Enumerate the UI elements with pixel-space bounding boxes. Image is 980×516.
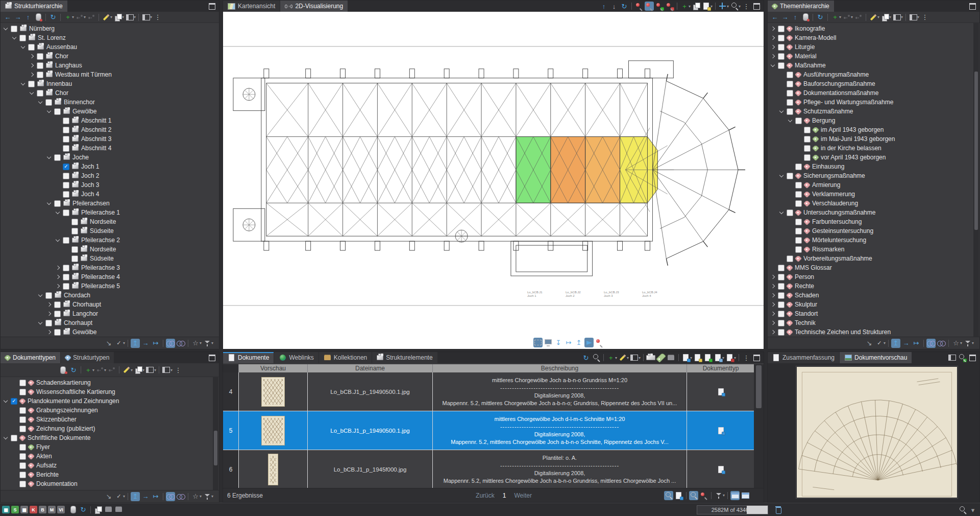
collapse-icon[interactable]	[909, 13, 918, 22]
preview-pane-icon[interactable]	[664, 491, 673, 500]
tree-item-südseite[interactable]: Südseite	[1, 226, 219, 236]
checkbox[interactable]	[37, 53, 43, 60]
checkbox[interactable]	[787, 72, 793, 78]
app-badge-icon[interactable]: B	[39, 506, 46, 513]
checkbox[interactable]	[71, 228, 78, 234]
edit-plan-icon[interactable]	[702, 2, 711, 11]
tab-kollektionen[interactable]: Kollektionen	[319, 352, 372, 363]
tree-item-joch-1[interactable]: Joch 1	[1, 162, 219, 171]
copy-icon[interactable]	[880, 13, 890, 22]
chevron-down-icon[interactable]	[3, 398, 7, 403]
views-icon[interactable]	[145, 365, 155, 374]
document-row-6[interactable]: 6Lo_bCB.J1_p_1945f000.jpgPlantitel: o. A…	[223, 450, 754, 488]
mouse-mode-icon[interactable]	[801, 13, 810, 22]
tree-item-schriftliche-dokumente[interactable]: Schriftliche Dokumente	[1, 433, 213, 442]
tree-item-verschlauderung[interactable]: Verschlauderung	[768, 199, 973, 208]
tree-item-chor[interactable]: Chor	[1, 88, 219, 98]
tab-zusammenfassung[interactable]: Zusammenfassung	[768, 352, 840, 363]
checkbox[interactable]	[54, 200, 61, 207]
chevron-right-icon[interactable]	[55, 266, 59, 270]
tree-item-bauforschungsmaßnahme[interactable]: Bauforschungsmaßnahme	[768, 79, 973, 88]
app-badge-icon[interactable]: ▦	[2, 506, 10, 513]
checkbox[interactable]	[19, 407, 26, 414]
column-header-dokumenttyp[interactable]: Dokumenttyp	[687, 364, 755, 372]
scrollbar-thumb[interactable]	[756, 365, 762, 408]
chevron-right-icon[interactable]	[29, 54, 33, 58]
mouse-status-icon[interactable]	[68, 505, 78, 514]
checkbox[interactable]	[54, 301, 61, 308]
tree-item-skulptur[interactable]: Skulptur	[768, 300, 973, 309]
tree-item-aufsatz[interactable]: Aufsatz	[1, 461, 213, 470]
tree-item-in-der-kirche-belassen[interactable]: in der Kirche belassen	[768, 144, 973, 153]
checkbox[interactable]	[19, 426, 26, 432]
multi-select-icon[interactable]	[875, 339, 884, 348]
tab-strukturelemente[interactable]: Strukturelemente	[372, 352, 437, 363]
collection-link-icon[interactable]	[667, 353, 676, 362]
venn-or-icon[interactable]	[176, 492, 185, 501]
tab-kartenansicht[interactable]: Kartenansicht	[223, 1, 280, 12]
memory-gauge[interactable]: 2582M of 4340M	[697, 505, 768, 514]
maximize-panel-icon[interactable]	[968, 2, 977, 11]
link-search-icon[interactable]	[689, 491, 698, 500]
send-right-icon[interactable]: →	[901, 339, 911, 348]
add-icon[interactable]: +	[830, 13, 840, 22]
column-header-beschreibung[interactable]: Beschreibung	[433, 364, 687, 372]
document-type-icon[interactable]	[716, 387, 725, 396]
checkbox[interactable]	[63, 182, 69, 189]
chevron-right-icon[interactable]	[55, 284, 59, 288]
chevron-down-icon[interactable]	[20, 81, 24, 85]
tree-item-im-april-1943-geborgen[interactable]: im April 1943 geborgen	[768, 125, 973, 134]
tree-item-akten[interactable]: Akten	[1, 452, 213, 461]
maximize-panel-icon[interactable]	[207, 2, 216, 11]
column-header-dateiname[interactable]: Dateiname	[308, 364, 433, 372]
checkbox[interactable]	[28, 81, 35, 87]
checkbox[interactable]	[778, 53, 785, 60]
app-badge-icon[interactable]: ▦	[20, 506, 28, 513]
refresh-icon[interactable]: ↻	[69, 365, 78, 374]
pin-map-icon[interactable]	[595, 338, 604, 347]
checkbox[interactable]	[28, 44, 35, 51]
refresh-icon[interactable]: ↻	[48, 13, 58, 22]
checkbox[interactable]	[778, 274, 785, 280]
pin-doc-icon[interactable]	[699, 491, 708, 500]
chevron-right-icon[interactable]	[46, 302, 51, 307]
send-right-icon[interactable]: →	[141, 492, 150, 501]
send-to-icon[interactable]: ↦	[151, 492, 160, 501]
send-to-icon[interactable]: ↦	[912, 339, 921, 348]
tree-item-gewölbe[interactable]: Gewölbe	[1, 107, 219, 116]
checkbox[interactable]	[54, 108, 61, 115]
chevron-down-icon[interactable]	[3, 26, 7, 30]
checkbox[interactable]	[778, 44, 785, 51]
tree-item-südseite[interactable]: Südseite	[1, 254, 219, 263]
pagination-page[interactable]: 1	[503, 492, 506, 499]
tree-item-zeichnung-publiziert[interactable]: Zeichnung (publiziert)	[1, 424, 213, 433]
chevron-right-icon[interactable]	[770, 302, 774, 307]
pan-down-icon[interactable]: ↓	[609, 2, 619, 11]
refresh-docs-icon[interactable]: ↻	[581, 353, 591, 362]
tree-item-abschnitt-1[interactable]: Abschnitt 1	[1, 116, 219, 125]
column-header-vorschau[interactable]: Vorschau	[239, 364, 308, 372]
maximize-map-icon[interactable]	[752, 2, 761, 11]
checkbox[interactable]	[778, 320, 785, 326]
checkbox[interactable]	[63, 283, 69, 290]
forward-icon[interactable]: →	[13, 13, 22, 22]
checkbox[interactable]	[778, 292, 785, 299]
up-icon[interactable]: ↑	[791, 13, 800, 22]
multi-select-icon[interactable]	[114, 339, 124, 348]
more-map-icon[interactable]: ⋮	[742, 2, 751, 11]
more-icon[interactable]: ⋮	[920, 13, 929, 22]
send-to-icon[interactable]: ↦	[151, 339, 160, 348]
folder-status-icon[interactable]	[104, 505, 113, 514]
checkbox[interactable]	[19, 380, 26, 386]
tab-strukturtypen[interactable]: Strukturtypen	[61, 352, 114, 363]
tree-item-einhausung[interactable]: Einhausung	[768, 162, 973, 171]
tree-item-abschnitt-3[interactable]: Abschnitt 3	[1, 134, 219, 144]
checkbox[interactable]	[795, 182, 802, 189]
chevron-down-icon[interactable]	[788, 118, 792, 122]
dock-icon[interactable]: ↘	[865, 339, 874, 348]
tree-item-schaden[interactable]: Schaden	[768, 291, 973, 300]
checkbox[interactable]	[787, 173, 793, 179]
add-geometry-icon[interactable]: +	[680, 2, 689, 11]
checkbox[interactable]	[787, 90, 793, 97]
checkbox[interactable]	[45, 320, 52, 326]
